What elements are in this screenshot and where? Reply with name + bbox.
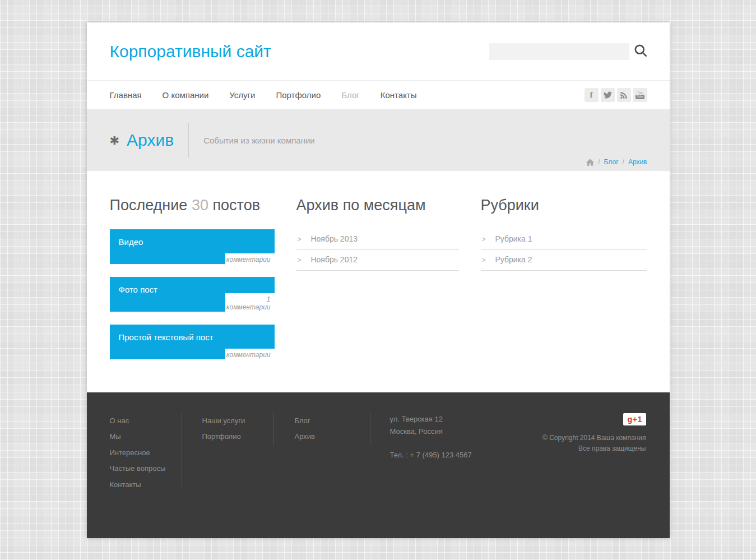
title-divider [188, 123, 189, 158]
categories-list: > Рубрика 1 > Рубрика 2 [481, 229, 647, 271]
youtube-icon[interactable]: You Tube [633, 88, 647, 102]
comments-label[interactable]: комментарии [225, 253, 275, 266]
archive-by-month-column: Архив по месяцам > Ноябрь 2013 > Ноябрь … [296, 197, 459, 392]
post-card-video[interactable]: Видео комментарии [110, 229, 275, 264]
nav-item-blog[interactable]: Блог [341, 90, 359, 100]
categories-heading: Рубрики [481, 197, 647, 214]
breadcrumb-archive[interactable]: Архив [628, 158, 647, 166]
category-item[interactable]: > Рубрика 2 [481, 250, 647, 271]
footer-link[interactable]: Мы [110, 429, 182, 445]
asterisk-icon: ✱ [110, 135, 120, 146]
footer-right: g+1 © Copyright 2014 Ваша компания Все п… [513, 413, 646, 538]
footer-nav-blog: Блог Архив [295, 413, 370, 445]
footer-link[interactable]: Портфолио [202, 429, 273, 445]
footer-link[interactable]: Контакты [110, 477, 182, 493]
copyright-line: © Copyright 2014 Ваша компания [513, 433, 646, 443]
footer-address: ул. Тверская 12 Москва, Россия Тел. : + … [390, 413, 513, 538]
site-header: Корпоративный сайт [87, 22, 670, 80]
search-button[interactable] [633, 43, 648, 60]
comments-label[interactable]: комментарии [225, 349, 275, 361]
search-input[interactable] [489, 43, 629, 60]
archive-item[interactable]: > Ноябрь 2012 [296, 250, 459, 271]
address-line: Москва, Россия [390, 425, 513, 438]
facebook-icon[interactable]: f [585, 88, 599, 102]
home-icon[interactable] [586, 159, 594, 166]
nav-item-services[interactable]: Услуги [229, 90, 255, 100]
nav-item-about[interactable]: О компании [163, 90, 209, 100]
archive-heading: Архив по месяцам [296, 197, 459, 214]
archive-list: > Ноябрь 2013 > Ноябрь 2012 [296, 229, 459, 271]
nav-item-home[interactable]: Главная [110, 90, 142, 100]
post-card-text[interactable]: Простой текстовый пост комментарии [110, 325, 275, 359]
search-area [489, 43, 648, 60]
breadcrumb: / Блог / Архив [586, 158, 647, 166]
chevron-right-icon: > [482, 256, 486, 264]
post-title[interactable]: Простой текстовый пост [119, 332, 214, 342]
nav-item-portfolio[interactable]: Портфолио [276, 90, 321, 100]
copyright-line: Все права защищены [513, 443, 646, 454]
chevron-right-icon: > [298, 256, 302, 264]
page-title-row: ✱ Архив [110, 131, 174, 150]
page-subtitle: События из жизни компании [203, 136, 315, 145]
chevron-right-icon: > [482, 235, 486, 243]
nav-links: Главная О компании Услуги Портфолио Блог… [110, 90, 438, 100]
post-title[interactable]: Видео [119, 237, 143, 247]
footer-link[interactable]: Частые вопросы [110, 461, 182, 476]
post-card-photo[interactable]: Фото пост 1 комментарии [110, 277, 275, 312]
twitter-icon[interactable] [601, 88, 615, 102]
page-container: Корпоративный сайт Главная О компании Ус… [87, 22, 670, 538]
footer-link[interactable]: Интересное [110, 445, 182, 461]
rss-icon[interactable] [617, 88, 631, 102]
chevron-right-icon: > [298, 235, 302, 243]
breadcrumb-blog[interactable]: Блог [604, 158, 619, 166]
post-title[interactable]: Фото пост [119, 285, 157, 294]
archive-item[interactable]: > Ноябрь 2013 [296, 229, 459, 250]
site-title: Корпоративный сайт [110, 42, 271, 61]
recent-posts-column: Последние 30 постов Видео комментарии Фо… [110, 197, 275, 392]
footer-link[interactable]: Наши услуги [202, 413, 273, 429]
search-icon [633, 43, 648, 60]
footer-nav-about: О нас Мы Интересное Частые вопросы Конта… [110, 413, 182, 487]
main-navigation: Главная О компании Услуги Портфолио Блог… [87, 80, 670, 109]
main-content: Последние 30 постов Видео комментарии Фо… [87, 171, 670, 392]
page-title-band: ✱ Архив События из жизни компании / Блог… [87, 109, 670, 171]
site-footer: О нас Мы Интересное Частые вопросы Конта… [87, 392, 670, 538]
category-item[interactable]: > Рубрика 1 [481, 229, 647, 250]
page-title: Архив [127, 131, 174, 150]
footer-link[interactable]: О нас [110, 413, 182, 429]
comments-label[interactable]: 1 комментарии [225, 293, 275, 313]
breadcrumb-separator: / [623, 158, 624, 166]
recent-posts-heading: Последние 30 постов [110, 197, 275, 214]
google-plus-one-button[interactable]: g+1 [623, 413, 646, 425]
social-links: f You Tube [585, 88, 647, 102]
nav-item-contacts[interactable]: Контакты [381, 90, 417, 100]
categories-column: Рубрики > Рубрика 1 > Рубрика 2 [481, 197, 647, 392]
footer-link[interactable]: Блог [295, 413, 370, 429]
address-line: ул. Тверская 12 [390, 413, 513, 425]
breadcrumb-separator: / [598, 158, 600, 166]
posts-count: 30 [192, 197, 208, 214]
footer-nav-services: Наши услуги Портфолио [202, 413, 274, 445]
footer-phone: Тел. : + 7 (495) 123 4567 [390, 449, 513, 461]
footer-link[interactable]: Архив [295, 429, 370, 445]
